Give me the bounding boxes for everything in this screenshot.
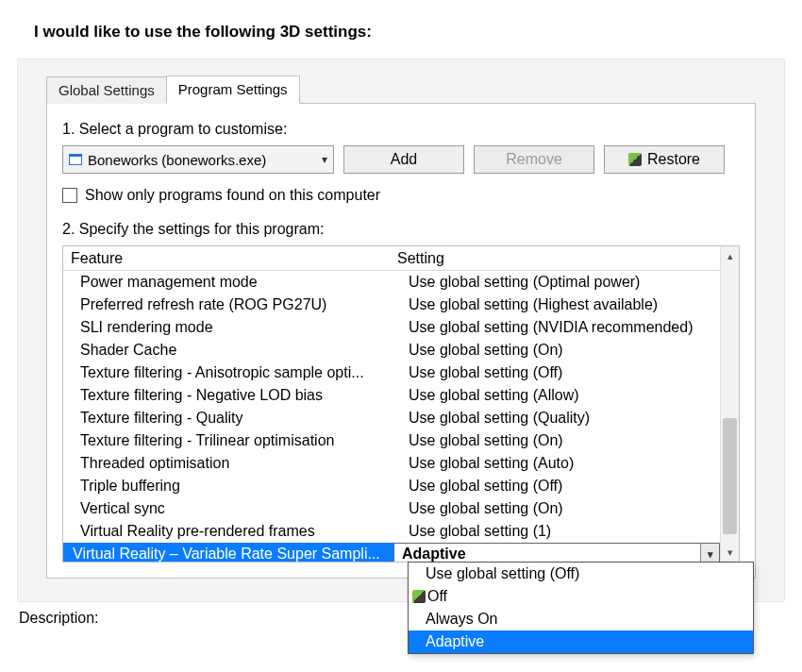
feature-label: Texture filtering - Anisotropic sample o… — [63, 364, 393, 381]
setting-value: Use global setting (On) — [393, 432, 720, 449]
table-row[interactable]: Triple bufferingUse global setting (Off) — [63, 475, 720, 497]
restore-button[interactable]: Restore — [604, 145, 725, 174]
step1-label: 1. Select a program to customise: — [62, 121, 740, 138]
setting-value: Use global setting (NVIDIA recommended) — [393, 319, 720, 336]
setting-value: Use global setting (Off) — [393, 364, 720, 381]
settings-panel: Global Settings Program Settings 1. Sele… — [17, 59, 785, 602]
feature-label: Texture filtering - Quality — [63, 410, 393, 427]
setting-value: Use global setting (Allow) — [393, 387, 720, 404]
application-icon — [69, 154, 82, 165]
table-row[interactable]: Texture filtering - Trilinear optimisati… — [63, 429, 720, 452]
restore-button-label: Restore — [647, 151, 700, 168]
setting-value: Use global setting (On) — [393, 342, 720, 359]
column-header-setting[interactable]: Setting — [393, 250, 720, 267]
table-row[interactable]: Virtual Reality pre-rendered framesUse g… — [63, 520, 720, 543]
chevron-down-icon[interactable]: ▾ — [700, 544, 719, 562]
setting-dropdown[interactable]: Use global setting (Off) Off Always On A… — [408, 562, 754, 636]
feature-label: Power management mode — [63, 274, 393, 291]
show-only-checkbox[interactable] — [62, 188, 77, 203]
setting-value: Use global setting (1) — [393, 523, 720, 540]
feature-label: Texture filtering - Trilinear optimisati… — [63, 432, 393, 449]
setting-value: Use global setting (Highest available) — [393, 296, 720, 313]
table-row[interactable]: Texture filtering - QualityUse global se… — [63, 407, 720, 429]
table-row[interactable]: Texture filtering - Negative LOD biasUse… — [63, 384, 720, 407]
tab-global-settings[interactable]: Global Settings — [46, 76, 167, 104]
dropdown-option-off[interactable]: Off — [409, 585, 753, 608]
selected-setting-combo[interactable]: Adaptive ▾ — [393, 543, 720, 562]
table-row[interactable]: Preferred refresh rate (ROG PG27U)Use gl… — [63, 294, 720, 316]
settings-grid-header: Feature Setting — [63, 246, 720, 271]
show-only-row: Show only programs found on this compute… — [62, 187, 740, 204]
nvidia-icon — [628, 153, 642, 166]
remove-button: Remove — [474, 145, 594, 174]
scroll-up-button[interactable]: ▴ — [721, 246, 739, 265]
dropdown-option-always-on[interactable]: Always On — [409, 608, 753, 630]
table-row[interactable]: Shader CacheUse global setting (On) — [63, 339, 720, 361]
table-row[interactable]: Power management modeUse global setting … — [63, 271, 720, 294]
tab-program-settings[interactable]: Program Settings — [166, 76, 300, 104]
setting-value: Use global setting (On) — [393, 500, 720, 517]
scroll-down-button[interactable]: ▾ — [721, 543, 739, 562]
feature-label: Virtual Reality pre-rendered frames — [63, 523, 393, 540]
table-row[interactable]: Threaded optimisationUse global setting … — [63, 452, 720, 475]
program-select-value: Boneworks (boneworks.exe) — [88, 152, 322, 168]
settings-grid: Feature Setting Power management modeUse… — [62, 245, 740, 563]
program-select-row: Boneworks (boneworks.exe) ▾ Add Remove R… — [62, 145, 740, 174]
setting-value: Use global setting (Quality) — [393, 410, 720, 427]
tab-body-program-settings: 1. Select a program to customise: Bonewo… — [46, 103, 756, 579]
dropdown-option-adaptive[interactable]: Adaptive — [409, 630, 753, 636]
setting-value: Use global setting (Off) — [393, 478, 720, 495]
selected-feature-label: Virtual Reality – Variable Rate Super Sa… — [63, 546, 393, 562]
table-row[interactable]: Texture filtering - Anisotropic sample o… — [63, 361, 720, 384]
scrollbar-thumb[interactable] — [723, 418, 737, 534]
feature-label: Triple buffering — [63, 478, 393, 495]
chevron-down-icon: ▾ — [322, 153, 327, 166]
table-row[interactable]: SLI rendering modeUse global setting (NV… — [63, 316, 720, 339]
selected-setting-value: Adaptive — [402, 546, 466, 562]
show-only-label: Show only programs found on this compute… — [85, 187, 380, 204]
step2-label: 2. Specify the settings for this program… — [62, 221, 740, 238]
tab-bar: Global Settings Program Settings — [18, 75, 784, 103]
scrollbar-track[interactable] — [721, 265, 739, 543]
setting-value: Use global setting (Optimal power) — [393, 274, 720, 291]
feature-label: Shader Cache — [63, 342, 393, 359]
nvidia-icon — [412, 590, 426, 603]
add-button[interactable]: Add — [343, 145, 464, 174]
setting-value: Use global setting (Auto) — [393, 455, 720, 472]
dropdown-option-global[interactable]: Use global setting (Off) — [409, 563, 753, 585]
vertical-scrollbar[interactable]: ▴ ▾ — [720, 246, 739, 562]
page-title: I would like to use the following 3D set… — [34, 23, 785, 42]
feature-label: SLI rendering mode — [63, 319, 393, 336]
table-row-selected[interactable]: Virtual Reality – Variable Rate Super Sa… — [63, 543, 720, 562]
feature-label: Threaded optimisation — [63, 455, 393, 472]
table-row[interactable]: Vertical syncUse global setting (On) — [63, 497, 720, 520]
feature-label: Vertical sync — [63, 500, 393, 517]
program-select-combo[interactable]: Boneworks (boneworks.exe) ▾ — [62, 145, 334, 174]
feature-label: Preferred refresh rate (ROG PG27U) — [63, 296, 393, 313]
dropdown-option-off-label: Off — [427, 588, 447, 605]
column-header-feature[interactable]: Feature — [63, 250, 393, 267]
feature-label: Texture filtering - Negative LOD bias — [63, 387, 393, 404]
